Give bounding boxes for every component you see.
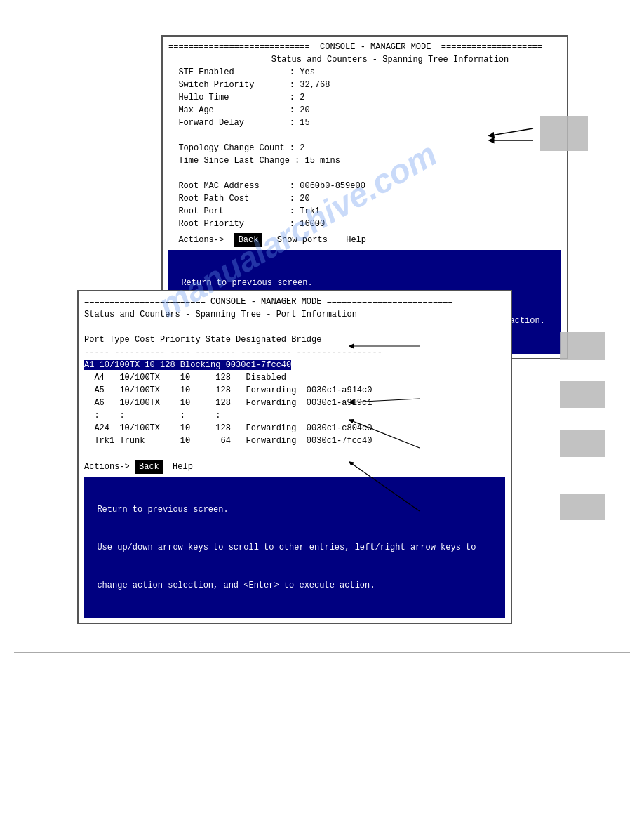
arrow-root-port — [533, 133, 589, 147]
table-row: : : : : — [84, 409, 505, 422]
top-section: ============================ CONSOLE - M… — [0, 35, 644, 260]
root-priority: Root Priority : 16000 — [168, 218, 561, 230]
table-row: A6 10/100TX 10 128 Forwarding 0030c1-a91… — [84, 397, 505, 409]
top-actions-bar: Actions-> Back Show ports Help — [168, 233, 561, 247]
bottom-status-line-2: Use up/down arrow keys to scroll to othe… — [87, 541, 502, 554]
bottom-help-button[interactable]: Help — [168, 460, 197, 474]
page-wrapper: manualarchive.com ======================… — [0, 0, 644, 834]
table-row: A4 10/100TX 10 128 Disabled — [84, 371, 505, 384]
blank-line-b2 — [84, 447, 505, 460]
root-path-cost: Root Path Cost : 20 — [168, 192, 561, 205]
bottom-back-button[interactable]: Back — [135, 460, 163, 474]
switch-priority: Switch Priority : 32,768 — [168, 79, 561, 91]
callout-box-b2 — [560, 381, 605, 408]
forward-delay: Forward Delay : 15 — [168, 117, 561, 129]
callout-box-b1 — [560, 332, 605, 360]
top-show-ports-button[interactable]: Show ports — [262, 233, 342, 247]
bottom-title-line: Status and Counters - Spanning Tree - Po… — [84, 308, 505, 321]
top-back-button[interactable]: Back — [234, 233, 263, 247]
col-dashes: ----- ---------- ---- -------- ---------… — [84, 346, 505, 359]
time-since-last-change: Time Since Last Change : 15 mins — [168, 154, 561, 167]
blank-line-2 — [168, 167, 561, 180]
top-title-line: Status and Counters - Spanning Tree Info… — [168, 53, 561, 66]
root-port: Root Port : Trk1 — [168, 205, 561, 218]
bottom-status-line-1: Return to previous screen. — [87, 503, 502, 516]
bottom-section: ======================== CONSOLE - MANAG… — [0, 290, 644, 624]
ste-enabled: STE Enabled : Yes — [168, 66, 561, 79]
table-row: A5 10/100TX 10 128 Forwarding 0030c1-a91… — [84, 384, 505, 397]
table-row: A24 10/100TX 10 128 Forwarding 0030c1-c8… — [84, 422, 505, 435]
top-status-line-1: Return to previous screen. — [171, 277, 558, 289]
col-headers: Port Type Cost Priority State Designated… — [84, 333, 505, 346]
bottom-actions-bar: Actions-> Back Help — [84, 460, 505, 474]
table-row: Trk1 Trunk 10 64 Forwarding 0030c1-7fcc4… — [84, 435, 505, 447]
bottom-actions-label: Actions-> — [84, 462, 135, 472]
hello-time: Hello Time : 2 — [168, 91, 561, 104]
max-age: Max Age : 20 — [168, 104, 561, 117]
bottom-status-bar: Return to previous screen. Use up/down a… — [84, 477, 505, 618]
table-row: A1 10/100TX 10 128 Blocking 0030c1-7fcc4… — [84, 359, 505, 371]
callout-box-b4 — [560, 494, 605, 520]
bottom-status-line-3: change action selection, and <Enter> to … — [87, 579, 502, 592]
bottom-console-panel: ======================== CONSOLE - MANAG… — [77, 290, 512, 624]
top-help-button[interactable]: Help — [342, 233, 370, 247]
bottom-header-line: ======================== CONSOLE - MANAG… — [84, 296, 505, 308]
root-mac-address: Root MAC Address : 0060b0-859e00 — [168, 180, 561, 192]
callout-box-b3 — [560, 430, 605, 457]
top-header-line: ============================ CONSOLE - M… — [168, 41, 561, 53]
top-actions-label: Actions-> — [168, 234, 234, 246]
row-a1-highlight: A1 10/100TX 10 128 Blocking 0030c1-7fcc4… — [84, 360, 291, 370]
topology-change-count: Topology Change Count : 2 — [168, 142, 561, 154]
bottom-hr — [14, 652, 630, 653]
blank-line-b1 — [84, 321, 505, 333]
